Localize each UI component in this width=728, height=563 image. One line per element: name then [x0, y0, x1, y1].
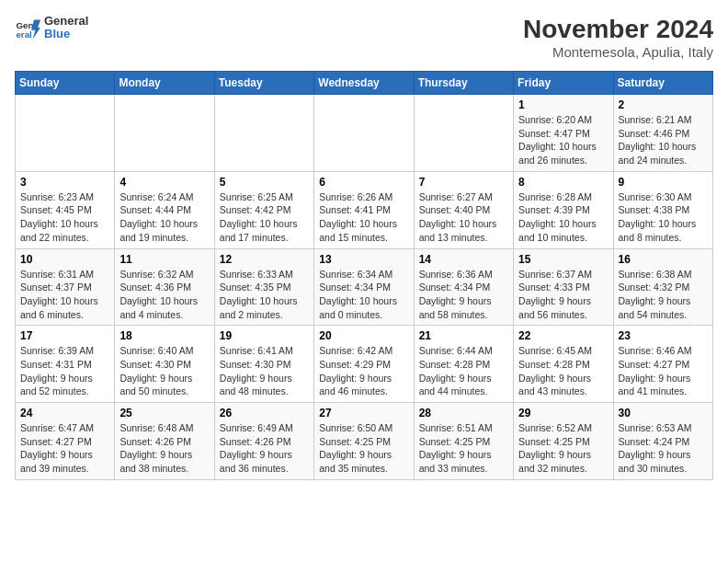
header-cell-wednesday: Wednesday	[314, 72, 414, 95]
day-info: Sunrise: 6:39 AMSunset: 4:31 PMDaylight:…	[20, 344, 109, 398]
day-number: 7	[419, 176, 508, 189]
day-number: 29	[518, 407, 608, 419]
day-number: 10	[20, 253, 109, 266]
day-cell: 4Sunrise: 6:24 AMSunset: 4:44 PMDaylight…	[115, 171, 214, 248]
day-cell: 30Sunrise: 6:53 AMSunset: 4:24 PMDayligh…	[613, 403, 712, 480]
day-info: Sunrise: 6:32 AMSunset: 4:36 PMDaylight:…	[119, 268, 209, 322]
day-number: 13	[319, 253, 408, 266]
title-block: November 2024 Montemesola, Apulia, Italy	[523, 15, 713, 60]
day-number: 23	[619, 329, 708, 342]
day-cell: 13Sunrise: 6:34 AMSunset: 4:34 PMDayligh…	[314, 248, 414, 326]
page-header: Gen eral General Blue November 2024 Mont…	[15, 15, 713, 60]
day-cell: 25Sunrise: 6:48 AMSunset: 4:26 PMDayligh…	[115, 403, 214, 480]
day-info: Sunrise: 6:23 AMSunset: 4:45 PMDaylight:…	[20, 190, 109, 245]
day-number: 19	[220, 329, 309, 342]
day-cell: 2Sunrise: 6:21 AMSunset: 4:46 PMDaylight…	[613, 95, 712, 172]
day-info: Sunrise: 6:49 AMSunset: 4:26 PMDaylight:…	[220, 421, 309, 476]
calendar-header: SundayMondayTuesdayWednesdayThursdayFrid…	[16, 72, 713, 95]
day-number: 12	[220, 253, 309, 266]
day-cell: 5Sunrise: 6:25 AMSunset: 4:42 PMDaylight…	[214, 171, 313, 248]
day-number: 14	[419, 253, 508, 266]
day-info: Sunrise: 6:47 AMSunset: 4:27 PMDaylight:…	[20, 421, 109, 476]
day-number: 5	[220, 176, 309, 189]
logo-blue: Blue	[44, 28, 88, 40]
day-info: Sunrise: 6:53 AMSunset: 4:24 PMDaylight:…	[619, 421, 708, 476]
week-row-2: 3Sunrise: 6:23 AMSunset: 4:45 PMDaylight…	[16, 171, 713, 248]
day-cell: 27Sunrise: 6:50 AMSunset: 4:25 PMDayligh…	[314, 403, 414, 480]
header-cell-monday: Monday	[115, 72, 214, 95]
header-cell-friday: Friday	[514, 72, 613, 95]
logo-icon: Gen eral	[15, 15, 40, 40]
day-info: Sunrise: 6:34 AMSunset: 4:34 PMDaylight:…	[319, 268, 408, 322]
day-number: 26	[220, 407, 309, 419]
day-number: 4	[119, 176, 209, 189]
day-cell: 19Sunrise: 6:41 AMSunset: 4:30 PMDayligh…	[214, 326, 313, 403]
week-row-4: 17Sunrise: 6:39 AMSunset: 4:31 PMDayligh…	[16, 326, 713, 403]
day-cell: 14Sunrise: 6:36 AMSunset: 4:34 PMDayligh…	[414, 248, 513, 326]
day-number: 16	[619, 253, 708, 266]
day-info: Sunrise: 6:38 AMSunset: 4:32 PMDaylight:…	[619, 268, 708, 322]
calendar-body: 1Sunrise: 6:20 AMSunset: 4:47 PMDaylight…	[16, 95, 713, 480]
day-info: Sunrise: 6:48 AMSunset: 4:26 PMDaylight:…	[119, 421, 209, 476]
day-number: 2	[619, 98, 708, 111]
day-number: 27	[319, 407, 408, 419]
svg-text:eral: eral	[16, 29, 32, 40]
day-number: 17	[20, 329, 109, 342]
day-number: 22	[518, 329, 608, 342]
day-info: Sunrise: 6:30 AMSunset: 4:38 PMDaylight:…	[619, 190, 708, 245]
day-info: Sunrise: 6:24 AMSunset: 4:44 PMDaylight:…	[119, 190, 209, 245]
day-info: Sunrise: 6:28 AMSunset: 4:39 PMDaylight:…	[518, 190, 608, 245]
day-number: 28	[419, 407, 508, 419]
calendar-table: SundayMondayTuesdayWednesdayThursdayFrid…	[15, 71, 713, 480]
day-info: Sunrise: 6:21 AMSunset: 4:46 PMDaylight:…	[619, 113, 708, 167]
day-cell: 10Sunrise: 6:31 AMSunset: 4:37 PMDayligh…	[16, 248, 115, 326]
day-cell	[214, 95, 313, 172]
day-info: Sunrise: 6:44 AMSunset: 4:28 PMDaylight:…	[419, 344, 508, 398]
day-cell: 23Sunrise: 6:46 AMSunset: 4:27 PMDayligh…	[613, 326, 712, 403]
day-info: Sunrise: 6:36 AMSunset: 4:34 PMDaylight:…	[419, 268, 508, 322]
day-number: 8	[518, 176, 608, 189]
day-cell	[314, 95, 414, 172]
day-number: 3	[20, 176, 109, 189]
day-number: 6	[319, 176, 408, 189]
page-title: November 2024	[523, 15, 713, 44]
day-number: 24	[20, 407, 109, 419]
day-cell: 16Sunrise: 6:38 AMSunset: 4:32 PMDayligh…	[613, 248, 712, 326]
day-cell: 1Sunrise: 6:20 AMSunset: 4:47 PMDaylight…	[514, 95, 613, 172]
day-cell: 6Sunrise: 6:26 AMSunset: 4:41 PMDaylight…	[314, 171, 414, 248]
logo-general: General	[44, 15, 88, 28]
day-cell: 8Sunrise: 6:28 AMSunset: 4:39 PMDaylight…	[514, 171, 613, 248]
day-cell: 7Sunrise: 6:27 AMSunset: 4:40 PMDaylight…	[414, 171, 513, 248]
week-row-3: 10Sunrise: 6:31 AMSunset: 4:37 PMDayligh…	[16, 248, 713, 326]
day-cell: 26Sunrise: 6:49 AMSunset: 4:26 PMDayligh…	[214, 403, 313, 480]
day-cell: 20Sunrise: 6:42 AMSunset: 4:29 PMDayligh…	[314, 326, 414, 403]
header-cell-saturday: Saturday	[613, 72, 712, 95]
day-info: Sunrise: 6:46 AMSunset: 4:27 PMDaylight:…	[619, 344, 708, 398]
day-cell: 3Sunrise: 6:23 AMSunset: 4:45 PMDaylight…	[16, 171, 115, 248]
day-info: Sunrise: 6:50 AMSunset: 4:25 PMDaylight:…	[319, 421, 408, 476]
day-info: Sunrise: 6:51 AMSunset: 4:25 PMDaylight:…	[419, 421, 508, 476]
day-cell: 29Sunrise: 6:52 AMSunset: 4:25 PMDayligh…	[514, 403, 613, 480]
day-number: 20	[319, 329, 408, 342]
week-row-5: 24Sunrise: 6:47 AMSunset: 4:27 PMDayligh…	[16, 403, 713, 480]
week-row-1: 1Sunrise: 6:20 AMSunset: 4:47 PMDaylight…	[16, 95, 713, 172]
day-number: 9	[619, 176, 708, 189]
header-row: SundayMondayTuesdayWednesdayThursdayFrid…	[16, 72, 713, 95]
day-number: 30	[619, 407, 708, 419]
day-info: Sunrise: 6:41 AMSunset: 4:30 PMDaylight:…	[220, 344, 309, 398]
day-cell: 22Sunrise: 6:45 AMSunset: 4:28 PMDayligh…	[514, 326, 613, 403]
day-number: 1	[518, 98, 608, 111]
day-number: 11	[119, 253, 209, 266]
day-cell: 11Sunrise: 6:32 AMSunset: 4:36 PMDayligh…	[115, 248, 214, 326]
day-cell: 9Sunrise: 6:30 AMSunset: 4:38 PMDaylight…	[613, 171, 712, 248]
day-cell	[16, 95, 115, 172]
header-cell-thursday: Thursday	[414, 72, 513, 95]
day-info: Sunrise: 6:42 AMSunset: 4:29 PMDaylight:…	[319, 344, 408, 398]
day-info: Sunrise: 6:33 AMSunset: 4:35 PMDaylight:…	[220, 268, 309, 322]
day-cell: 24Sunrise: 6:47 AMSunset: 4:27 PMDayligh…	[16, 403, 115, 480]
header-cell-sunday: Sunday	[16, 72, 115, 95]
day-cell: 15Sunrise: 6:37 AMSunset: 4:33 PMDayligh…	[514, 248, 613, 326]
day-info: Sunrise: 6:31 AMSunset: 4:37 PMDaylight:…	[20, 268, 109, 322]
day-info: Sunrise: 6:27 AMSunset: 4:40 PMDaylight:…	[419, 190, 508, 245]
day-cell	[414, 95, 513, 172]
